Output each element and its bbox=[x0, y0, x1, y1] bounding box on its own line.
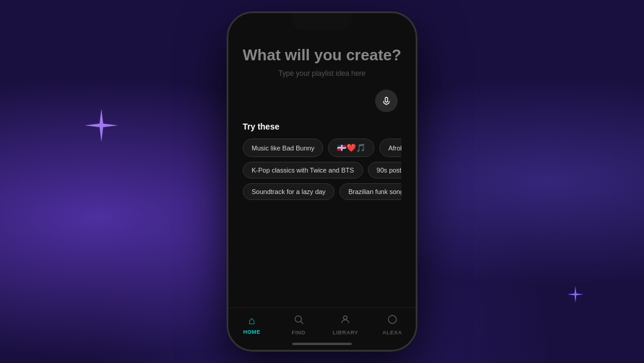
nav-item-library[interactable]: LIBRARY bbox=[330, 314, 360, 336]
alexa-label: ALEXA bbox=[382, 330, 402, 336]
svg-point-0 bbox=[295, 316, 302, 322]
chips-row-2: K-Pop classics with Twice and BTS 90s po… bbox=[243, 162, 401, 179]
chip-afrobeats[interactable]: Afrobeats energy boost bbox=[379, 139, 401, 157]
page-headline: What will you create? bbox=[243, 46, 401, 64]
main-area: What will you create? Type your playlist… bbox=[228, 34, 416, 307]
page-subtitle: Type your playlist idea here bbox=[278, 69, 366, 78]
bottom-nav: ⌂ HOME FIND bbox=[228, 307, 416, 339]
chip-kpop[interactable]: K-Pop classics with Twice and BTS bbox=[243, 162, 363, 179]
library-label: LIBRARY bbox=[333, 330, 358, 336]
chip-brazilian-funk[interactable]: Brazilian funk songs bbox=[339, 183, 401, 200]
chip-emoji-flags[interactable]: 🇩🇴❤️🎵 bbox=[328, 139, 374, 157]
nav-item-find[interactable]: FIND bbox=[284, 314, 314, 336]
sparkle-left-icon bbox=[83, 107, 119, 143]
find-label: FIND bbox=[292, 330, 305, 336]
home-label: HOME bbox=[243, 329, 261, 335]
chips-row-1: Music like Bad Bunny 🇩🇴❤️🎵 Afrobeats ene… bbox=[243, 139, 401, 157]
nav-item-home[interactable]: ⌂ HOME bbox=[237, 315, 267, 335]
svg-point-3 bbox=[388, 315, 397, 324]
screen-content: What will you create? Type your playlist… bbox=[228, 13, 416, 350]
home-icon: ⌂ bbox=[249, 315, 255, 327]
try-these-section: Try these Music like Bad Bunny 🇩🇴❤️🎵 Afr… bbox=[240, 122, 404, 205]
mic-button-area bbox=[240, 90, 404, 112]
mic-button[interactable] bbox=[375, 90, 398, 112]
chip-90s-hardcore[interactable]: 90s post hardcore bbox=[368, 162, 401, 179]
chip-lazy-day[interactable]: Soundtrack for a lazy day bbox=[243, 183, 335, 200]
try-these-label: Try these bbox=[243, 122, 401, 131]
chips-row-3: Soundtrack for a lazy day Brazilian funk… bbox=[243, 183, 401, 200]
chip-music-bad-bunny[interactable]: Music like Bad Bunny bbox=[243, 139, 323, 157]
sparkle-right-icon bbox=[566, 285, 584, 303]
phone-notch bbox=[292, 13, 352, 30]
phone-frame: What will you create? Type your playlist… bbox=[227, 11, 417, 352]
svg-point-2 bbox=[343, 316, 347, 319]
nav-item-alexa[interactable]: ALEXA bbox=[377, 314, 407, 336]
library-icon bbox=[340, 314, 351, 328]
find-icon bbox=[293, 314, 304, 328]
alexa-icon bbox=[387, 314, 398, 328]
home-indicator bbox=[292, 343, 352, 345]
svg-line-1 bbox=[301, 321, 303, 324]
phone-mockup: What will you create? Type your playlist… bbox=[227, 11, 417, 352]
